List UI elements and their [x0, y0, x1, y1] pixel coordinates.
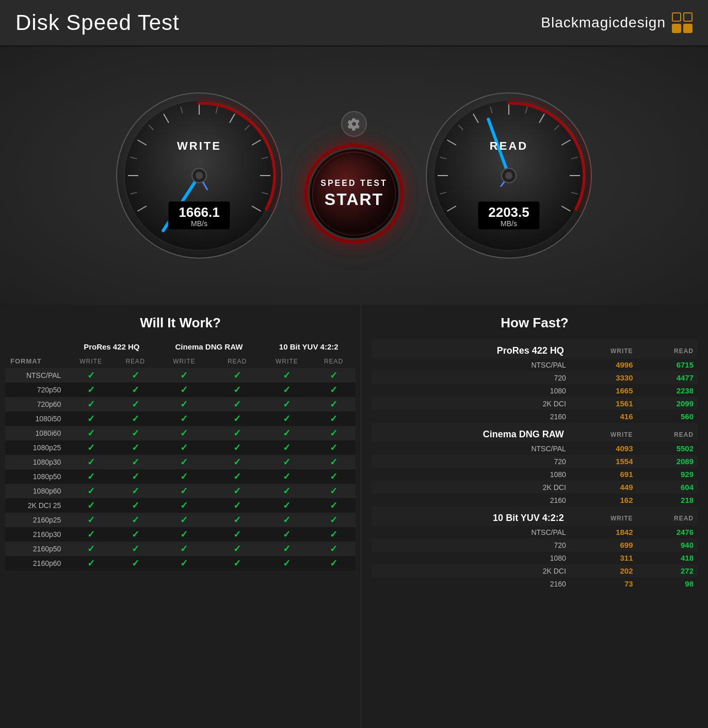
check-cell: ✓ [213, 426, 262, 440]
start-button[interactable]: SPEED TEST START [308, 147, 400, 240]
check-cell: ✓ [115, 542, 156, 556]
prores-write-header: WRITE [67, 354, 115, 368]
checkmark-icon: ✓ [283, 515, 291, 525]
checkmark-icon: ✓ [283, 442, 291, 453]
checkmark-icon: ✓ [87, 399, 95, 409]
checkmark-icon: ✓ [283, 428, 291, 438]
how-fast-write-cell: 162 [570, 494, 637, 507]
how-fast-label-cell: 1080 [372, 551, 570, 564]
checkmark-icon: ✓ [330, 471, 337, 482]
write-col-header: WRITE [570, 339, 637, 358]
checkmark-icon: ✓ [132, 486, 139, 496]
format-name-cell: 2160p60 [5, 556, 67, 571]
how-fast-row: 2160162218 [372, 494, 698, 507]
check-cell: ✓ [262, 397, 312, 412]
how-fast-row: 1080691929 [372, 468, 698, 481]
checkmark-icon: ✓ [283, 500, 291, 511]
how-fast-label-cell: 2K DCI [372, 564, 570, 577]
how-fast-row: 2160416560 [372, 410, 698, 423]
check-cell: ✓ [115, 455, 156, 469]
how-fast-read-cell: 218 [637, 494, 698, 507]
checkmark-icon: ✓ [132, 529, 139, 540]
how-fast-row: 2K DCI15612099 [372, 397, 698, 410]
will-table-row: 720p50✓✓✓✓✓✓ [5, 383, 356, 397]
check-cell: ✓ [156, 455, 212, 469]
how-fast-panel: How Fast? ProRes 422 HQWRITEREADNTSC/PAL… [361, 305, 708, 728]
gear-button[interactable] [341, 111, 367, 137]
checkmark-icon: ✓ [87, 529, 95, 540]
checkmark-icon: ✓ [330, 414, 337, 424]
checkmark-icon: ✓ [180, 414, 188, 424]
brand-name: Blackmagicdesign [541, 14, 666, 31]
check-cell: ✓ [312, 527, 356, 542]
format-header [5, 339, 67, 354]
format-name-cell: 1080p30 [5, 455, 67, 469]
read-col-header: READ [637, 339, 698, 358]
checkmark-icon: ✓ [180, 529, 188, 540]
check-cell: ✓ [213, 469, 262, 484]
checkmark-icon: ✓ [330, 529, 337, 540]
check-cell: ✓ [156, 498, 212, 513]
check-cell: ✓ [213, 556, 262, 571]
check-cell: ✓ [262, 426, 312, 440]
checkmark-icon: ✓ [330, 544, 337, 554]
check-cell: ✓ [115, 513, 156, 527]
how-fast-read-cell: 2476 [637, 526, 698, 539]
checkmark-icon: ✓ [180, 457, 188, 467]
checkmark-icon: ✓ [330, 558, 337, 568]
checkmark-icon: ✓ [87, 370, 95, 381]
check-cell: ✓ [312, 556, 356, 571]
brand-icon-cell-4 [683, 24, 693, 33]
section-name-cell: 10 Bit YUV 4:2:2 [372, 507, 570, 526]
checkmark-icon: ✓ [330, 515, 337, 525]
check-cell: ✓ [213, 397, 262, 412]
check-cell: ✓ [115, 527, 156, 542]
checkmark-icon: ✓ [132, 500, 139, 511]
will-table-row: 1080p25✓✓✓✓✓✓ [5, 440, 356, 455]
data-section: Will It Work? ProRes 422 HQ Cinema DNG R… [0, 305, 708, 728]
how-fast-label-cell: NTSC/PAL [372, 442, 570, 455]
how-fast-read-cell: 2099 [637, 397, 698, 410]
how-fast-read-cell: 604 [637, 481, 698, 494]
how-fast-write-cell: 311 [570, 551, 637, 564]
how-fast-read-cell: 418 [637, 551, 698, 564]
format-name-cell: 1080p25 [5, 440, 67, 455]
check-cell: ✓ [312, 513, 356, 527]
title-bar: Disk Speed Test Blackmagicdesign [0, 0, 708, 46]
checkmark-icon: ✓ [233, 399, 241, 409]
check-cell: ✓ [115, 440, 156, 455]
how-fast-write-cell: 699 [570, 539, 637, 551]
how-fast-label-cell: 2160 [372, 577, 570, 590]
checkmark-icon: ✓ [180, 471, 188, 482]
svg-point-49 [505, 172, 512, 179]
check-cell: ✓ [156, 383, 212, 397]
format-name-cell: 1080p60 [5, 484, 67, 498]
checkmark-icon: ✓ [283, 399, 291, 409]
checkmark-icon: ✓ [132, 385, 139, 395]
check-cell: ✓ [262, 556, 312, 571]
how-fast-read-cell: 5502 [637, 442, 698, 455]
will-table-row: 1080p50✓✓✓✓✓✓ [5, 469, 356, 484]
check-cell: ✓ [213, 383, 262, 397]
svg-text:WRITE: WRITE [177, 139, 221, 152]
how-fast-row: NTSC/PAL40935502 [372, 442, 698, 455]
check-cell: ✓ [213, 455, 262, 469]
check-cell: ✓ [312, 469, 356, 484]
gauge-section: WRITE 1666.1 MB/s SPEED TEST START [0, 46, 708, 305]
checkmark-icon: ✓ [283, 370, 291, 381]
check-cell: ✓ [312, 368, 356, 383]
center-area: SPEED TEST START [308, 111, 400, 240]
how-fast-write-cell: 416 [570, 410, 637, 423]
format-name-cell: 1080i60 [5, 426, 67, 440]
check-cell: ✓ [312, 412, 356, 426]
how-fast-row: NTSC/PAL18422476 [372, 526, 698, 539]
checkmark-icon: ✓ [283, 457, 291, 467]
checkmark-icon: ✓ [87, 471, 95, 482]
checkmark-icon: ✓ [87, 442, 95, 453]
yuv-read-header: READ [312, 354, 356, 368]
how-fast-row: 21607398 [372, 577, 698, 590]
check-cell: ✓ [312, 455, 356, 469]
check-cell: ✓ [156, 397, 212, 412]
will-table-row: 2160p60✓✓✓✓✓✓ [5, 556, 356, 571]
will-it-work-panel: Will It Work? ProRes 422 HQ Cinema DNG R… [0, 305, 361, 728]
